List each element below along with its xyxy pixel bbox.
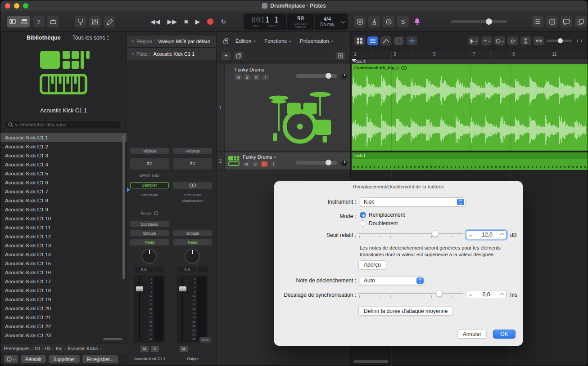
zoom-window-button[interactable]: [23, 3, 28, 9]
strip-setting-button[interactable]: Réglage: [173, 148, 212, 154]
breadcrumb-item[interactable]: Acoustic Kicks: [68, 346, 98, 351]
pan-value[interactable]: 0,0: [178, 267, 196, 272]
breadcrumb-item[interactable]: Préréglages: [4, 346, 30, 351]
save-button[interactable]: Enregistrer...: [82, 355, 118, 363]
pan-knob[interactable]: [185, 249, 200, 264]
command-click-tool-menu[interactable]: +: [481, 36, 492, 45]
trigger-note-popup[interactable]: Auto: [360, 276, 425, 285]
record-enable-button[interactable]: R: [253, 74, 260, 80]
vertical-zoom-button[interactable]: [520, 36, 531, 45]
play-button[interactable]: ▶: [195, 18, 200, 25]
duplicate-track-button[interactable]: [234, 52, 244, 60]
menu-presentation[interactable]: Présentation: [296, 36, 337, 45]
flex-button[interactable]: [394, 36, 404, 45]
library-item[interactable]: Acoustic Kick C1 12: [0, 232, 127, 241]
mixer-button[interactable]: [89, 16, 101, 27]
solo-button[interactable]: S: [151, 346, 159, 352]
library-search-field[interactable]: [4, 120, 122, 129]
mute-button[interactable]: M: [235, 74, 242, 80]
library-item[interactable]: Acoustic Kick C1 7: [0, 187, 127, 196]
share-button[interactable]: [575, 16, 587, 27]
breadcrumb-item[interactable]: 03: [35, 346, 40, 351]
sends-slot[interactable]: Envois: [130, 211, 169, 215]
pan-knob[interactable]: [141, 249, 157, 264]
library-item[interactable]: Acoustic Kick C1 6: [0, 178, 127, 187]
add-track-button[interactable]: +: [221, 52, 231, 60]
catch-playhead-button[interactable]: [221, 36, 230, 45]
solo-button[interactable]: S: [252, 161, 259, 167]
metronome-click-button[interactable]: [383, 16, 394, 27]
channel-strip-name[interactable]: Acoustic Kick C1 1: [130, 357, 169, 361]
set-attack-time-button[interactable]: Définir la durée d'attaque moyenne: [358, 307, 453, 316]
lcd-display[interactable]: 0011 1 MESTEMPS 90 GARDERTEMPO 4/4 Do ma…: [244, 13, 348, 30]
library-item[interactable]: Acoustic Kick C1 5: [0, 169, 127, 178]
library-item[interactable]: Acoustic Kick C1 15: [0, 259, 127, 268]
output-slot[interactable]: Out stéréo: [130, 221, 169, 227]
library-item[interactable]: Acoustic Kick C1 19: [0, 295, 127, 304]
search-input[interactable]: [19, 122, 109, 127]
record-enable-button[interactable]: R: [261, 161, 268, 167]
automation-mode-button[interactable]: Read: [173, 239, 212, 245]
track-pan-knob[interactable]: [341, 160, 348, 167]
mute-button[interactable]: M: [180, 346, 188, 352]
library-item[interactable]: Acoustic Kick C1 23: [0, 331, 127, 338]
library-item[interactable]: Acoustic Kick C1 4: [0, 160, 127, 169]
instrument-popup[interactable]: Kick: [360, 197, 466, 206]
threshold-stepper[interactable]: -12,0: [466, 230, 507, 239]
strip-eq-slot[interactable]: ÉG: [173, 158, 212, 170]
track-row-funky-drums-plus[interactable]: 2 Funky Drums + M S R I: [217, 152, 350, 170]
channel-strip-name[interactable]: Output: [173, 357, 212, 361]
marker-strip[interactable]: Cno 3: [352, 59, 588, 64]
solo-mode-button[interactable]: S: [397, 16, 409, 27]
group-slot[interactable]: Groupe: [173, 230, 212, 236]
mode-radio-remplacement[interactable]: Remplacement: [360, 212, 405, 218]
note-pads-button[interactable]: [546, 16, 558, 27]
pencil-tool-button[interactable]: [104, 16, 115, 27]
waveform-zoom-button[interactable]: [507, 36, 518, 45]
close-window-button[interactable]: [5, 3, 10, 9]
library-item[interactable]: Acoustic Kick C1 8: [0, 196, 127, 205]
audio-region-funksmash[interactable]: FunkSmash Kit_bip_1: [352, 64, 588, 152]
stepper-down-icon[interactable]: [469, 233, 472, 237]
library-item[interactable]: Acoustic Kick C1 18: [0, 286, 127, 295]
count-in-button[interactable]: [368, 16, 380, 27]
toggle-library-button[interactable]: [7, 16, 18, 27]
library-item[interactable]: Acoustic Kick C1 3: [0, 151, 127, 160]
preview-button[interactable]: Aperçu: [358, 260, 386, 269]
strip-setting-button[interactable]: Réglage: [130, 148, 169, 154]
lcd-chevron-down-icon[interactable]: [341, 20, 345, 23]
automation-mode-button[interactable]: Read: [130, 239, 169, 245]
mastering-slot[interactable]: Mastérisation: [173, 199, 212, 203]
stop-button[interactable]: ■: [184, 18, 188, 25]
left-click-tool-menu[interactable]: [468, 36, 479, 45]
library-item[interactable]: Acoustic Kick C1 1: [0, 133, 127, 142]
quick-help-button[interactable]: ?: [33, 16, 45, 27]
library-item[interactable]: Acoustic Kick C1 9: [0, 205, 127, 214]
library-item[interactable]: Acoustic Kick C1 16: [0, 268, 127, 277]
library-filter-select[interactable]: Tous les sons: [72, 35, 109, 41]
offset-stepper[interactable]: 0,0: [466, 290, 507, 299]
grid-view-button[interactable]: [354, 36, 365, 45]
no-input-monitoring-button[interactable]: [354, 16, 366, 27]
automation-button[interactable]: [380, 36, 391, 45]
tuner-button[interactable]: [75, 16, 86, 27]
stepper-up-icon[interactable]: [500, 293, 504, 296]
cycle-button[interactable]: ↻: [221, 18, 226, 25]
library-horizontal-scrollbar[interactable]: [103, 338, 122, 340]
threshold-slider[interactable]: [358, 231, 463, 239]
playhead-marker[interactable]: [352, 59, 356, 62]
instrument-slot-sampler[interactable]: Sampler: [130, 182, 169, 188]
horizontal-zoom-button[interactable]: [534, 36, 544, 45]
input-monitor-button[interactable]: I: [262, 74, 269, 80]
track-name[interactable]: Funky Drums: [235, 67, 264, 72]
region-inspector-header[interactable]: Région : Valeurs MIDI par défaut: [127, 36, 216, 48]
mute-button[interactable]: M: [243, 161, 250, 167]
menu-edition[interactable]: Édition: [232, 36, 259, 45]
resize-arrows-icon[interactable]: [574, 36, 585, 45]
library-item[interactable]: Acoustic Kick C1 17: [0, 277, 127, 286]
chat-bubble-icon[interactable]: [561, 16, 572, 27]
forward-button[interactable]: ▶▶: [167, 18, 177, 25]
revert-button[interactable]: Rétablir: [21, 355, 46, 363]
notifications-bell-icon[interactable]: [411, 16, 423, 27]
track-name[interactable]: Funky Drums +: [243, 154, 276, 160]
